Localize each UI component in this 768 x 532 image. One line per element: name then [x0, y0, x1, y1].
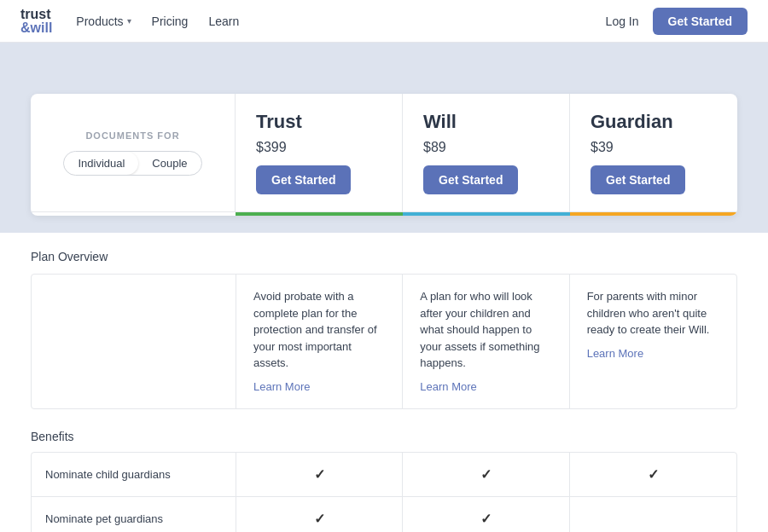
benefit-pet-guardian-check — [570, 497, 736, 532]
overview-guardian: For parents with minor children who aren… — [570, 275, 736, 408]
benefits-section: Benefits Nominate child guardians ✓ ✓ ✓ — [31, 430, 737, 532]
benefit-pet-guardians-label: Nominate pet guardians — [32, 497, 236, 532]
table-row: Nominate pet guardians ✓ ✓ — [32, 497, 736, 532]
color-bar-will — [403, 212, 570, 216]
nav-pricing[interactable]: Pricing — [152, 14, 189, 28]
will-get-started-button[interactable]: Get Started — [423, 165, 518, 194]
main-content: Plan Overview Avoid probate with a compl… — [0, 233, 768, 532]
documents-for-label: DOCUMENTS FOR — [85, 130, 179, 141]
nav-learn[interactable]: Learn — [208, 14, 239, 28]
plan-overview-section: Plan Overview Avoid probate with a compl… — [31, 250, 737, 409]
overview-will-desc: A plan for who will look after your chil… — [420, 290, 539, 369]
pricing-header-row: DOCUMENTS FOR Individual Couple Trust $3… — [31, 94, 737, 212]
nav-right: Log In Get Started — [606, 8, 748, 35]
login-button[interactable]: Log In — [606, 14, 639, 28]
trust-learn-more-link[interactable]: Learn More — [253, 379, 385, 396]
checkmark-icon: ✓ — [480, 466, 492, 483]
trust-plan-name: Trust — [256, 111, 381, 133]
guardian-learn-more-link[interactable]: Learn More — [587, 345, 719, 362]
pricing-section: DOCUMENTS FOR Individual Couple Trust $3… — [0, 94, 768, 233]
trust-plan-price: $399 — [256, 140, 381, 155]
overview-grid: Avoid probate with a complete plan for t… — [31, 274, 737, 409]
table-row: Nominate child guardians ✓ ✓ ✓ — [32, 453, 736, 497]
guardian-plan-name: Guardian — [591, 111, 717, 133]
benefit-pet-will-check: ✓ — [403, 497, 569, 532]
color-bar-empty — [31, 212, 236, 216]
navbar: trust &will Products ▾ Pricing Learn Log… — [0, 0, 768, 43]
overview-trust-desc: Avoid probate with a complete plan for t… — [253, 290, 377, 369]
checkmark-icon: ✓ — [480, 511, 492, 527]
checkmark-icon: ✓ — [314, 511, 325, 527]
benefits-label: Benefits — [31, 430, 737, 443]
documents-for-cell: DOCUMENTS FOR Individual Couple — [31, 94, 236, 211]
logo: trust &will — [20, 8, 52, 35]
will-plan-cell: Will $89 Get Started — [403, 94, 570, 211]
overview-trust: Avoid probate with a complete plan for t… — [236, 275, 403, 408]
overview-empty-cell — [32, 275, 236, 408]
get-started-nav-button[interactable]: Get Started — [653, 8, 748, 35]
guardian-plan-cell: Guardian $39 Get Started — [570, 94, 737, 211]
checkmark-icon: ✓ — [648, 466, 659, 483]
plan-overview-label: Plan Overview — [31, 250, 737, 263]
benefit-pet-trust-check: ✓ — [236, 497, 403, 532]
hero-background — [0, 43, 768, 94]
benefit-child-guardians-label: Nominate child guardians — [32, 453, 236, 496]
nav-products[interactable]: Products ▾ — [76, 14, 131, 28]
nav-links: Products ▾ Pricing Learn — [76, 14, 605, 28]
logo-will: &will — [20, 21, 52, 35]
will-plan-name: Will — [423, 111, 549, 133]
trust-plan-cell: Trust $399 Get Started — [236, 94, 403, 211]
color-bar-guardian — [570, 212, 737, 216]
logo-trust: trust — [20, 8, 52, 21]
will-learn-more-link[interactable]: Learn More — [420, 379, 551, 396]
toggle-couple[interactable]: Couple — [138, 152, 201, 175]
guardian-plan-price: $39 — [591, 140, 717, 155]
checkmark-icon: ✓ — [314, 466, 325, 483]
color-bar-trust — [236, 212, 403, 216]
benefit-child-will-check: ✓ — [403, 453, 569, 496]
benefits-table: Nominate child guardians ✓ ✓ ✓ Nominate … — [31, 452, 737, 532]
pricing-card: DOCUMENTS FOR Individual Couple Trust $3… — [31, 94, 737, 216]
overview-guardian-desc: For parents with minor children who aren… — [587, 290, 710, 336]
benefit-child-trust-check: ✓ — [236, 453, 403, 496]
trust-get-started-button[interactable]: Get Started — [256, 165, 351, 194]
will-plan-price: $89 — [423, 140, 549, 155]
guardian-get-started-button[interactable]: Get Started — [591, 165, 685, 194]
overview-will: A plan for who will look after your chil… — [403, 275, 569, 408]
toggle-individual[interactable]: Individual — [64, 152, 138, 175]
chevron-down-icon: ▾ — [127, 16, 131, 26]
individual-couple-toggle: Individual Couple — [63, 151, 201, 176]
color-bar — [31, 212, 737, 216]
benefit-child-guardian-check: ✓ — [570, 453, 736, 496]
